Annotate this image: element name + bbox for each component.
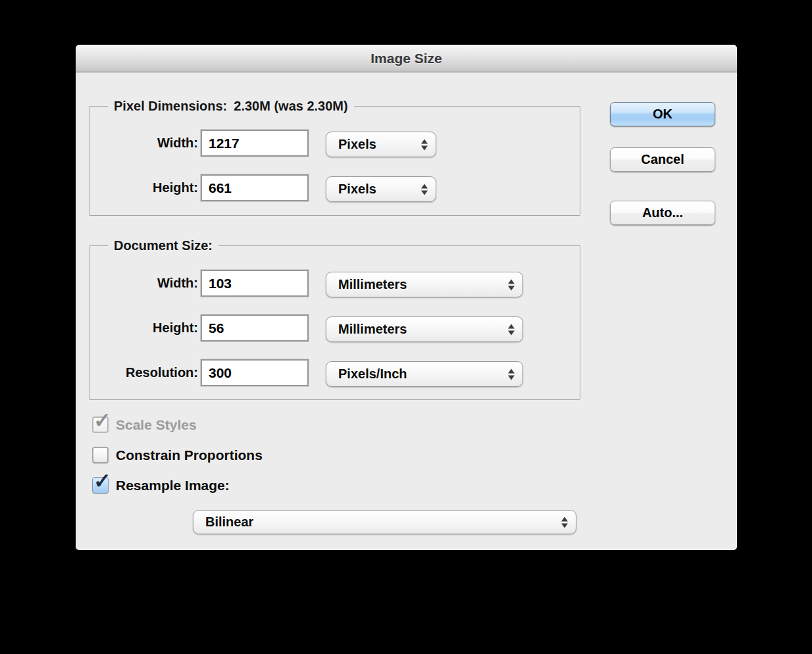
resolution-input[interactable] [201, 359, 309, 386]
doc-height-unit-select[interactable]: Millimeters [326, 316, 523, 342]
stepper-icon [421, 139, 428, 150]
doc-height-unit-value: Millimeters [338, 322, 407, 336]
resample-image-label: Resample Image: [116, 477, 230, 494]
pixel-height-input[interactable] [201, 174, 309, 201]
pixel-height-unit-value: Pixels [338, 182, 376, 196]
pixel-width-unit-value: Pixels [338, 137, 376, 151]
checkbox-box [92, 416, 109, 433]
pixel-width-input[interactable] [201, 130, 309, 157]
constrain-proportions-label: Constrain Proportions [116, 447, 263, 464]
document-size-legend: Document Size: [108, 238, 218, 253]
ok-button[interactable]: OK [610, 102, 715, 126]
image-size-dialog: Image Size Pixel Dimensions:2.30M (was 2… [76, 45, 737, 550]
scale-styles-label: Scale Styles [116, 416, 197, 434]
doc-width-unit-select[interactable]: Millimeters [326, 272, 523, 297]
stepper-icon [561, 516, 568, 528]
pixel-dimensions-label: Pixel Dimensions: [114, 99, 227, 113]
resolution-unit-value: Pixels/Inch [338, 366, 407, 381]
doc-width-unit-value: Millimeters [338, 277, 407, 291]
pixel-width-label: Width: [89, 134, 198, 151]
pixel-dimensions-size-value: 2.30M (was 2.30M) [234, 99, 347, 113]
resample-method-value: Bilinear [205, 515, 253, 529]
window-titlebar[interactable]: Image Size [76, 45, 737, 72]
stepper-icon [508, 279, 515, 290]
pixel-height-label: Height: [89, 179, 198, 196]
checkbox-box [92, 447, 109, 463]
doc-width-label: Width: [89, 274, 198, 291]
cancel-button[interactable]: Cancel [610, 147, 715, 172]
resample-method-select[interactable]: Bilinear [193, 510, 576, 534]
stepper-icon [421, 184, 428, 195]
resolution-unit-select[interactable]: Pixels/Inch [326, 361, 523, 387]
window-title: Image Size [76, 45, 737, 72]
checkbox-box [92, 477, 109, 493]
pixel-height-unit-select[interactable]: Pixels [326, 176, 436, 202]
pixel-width-unit-select[interactable]: Pixels [326, 132, 436, 157]
stepper-icon [508, 368, 515, 380]
pixel-dimensions-legend: Pixel Dimensions:2.30M (was 2.30M) [108, 99, 354, 114]
resolution-label: Resolution: [89, 364, 198, 381]
doc-width-input[interactable] [201, 270, 309, 297]
document-size-label: Document Size: [114, 238, 213, 253]
doc-height-input[interactable] [201, 314, 309, 341]
doc-height-label: Height: [89, 319, 198, 336]
auto-button[interactable]: Auto... [610, 201, 715, 225]
stepper-icon [508, 324, 515, 335]
